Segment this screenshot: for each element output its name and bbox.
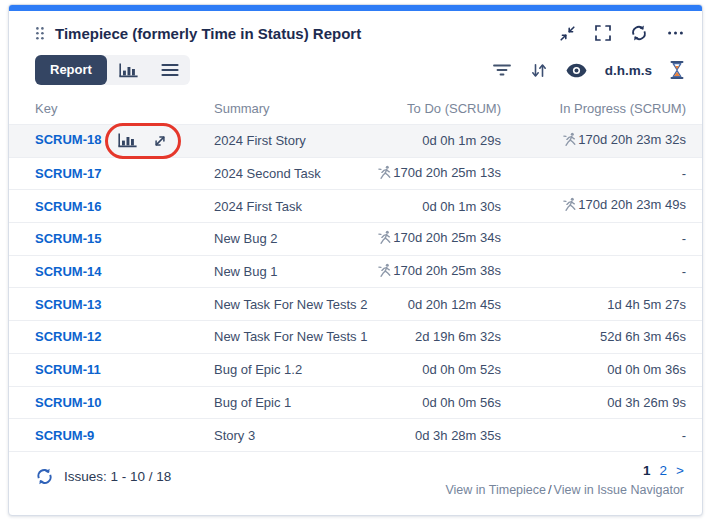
view-in-issue-navigator-link[interactable]: View in Issue Navigator bbox=[554, 483, 684, 497]
todo-cell: 0d 20h 12m 45s bbox=[341, 297, 501, 312]
report-view-button[interactable]: Report bbox=[35, 55, 107, 85]
gadget-header: Timepiece (formerly Time in Status) Repo… bbox=[9, 11, 702, 47]
issue-key-link[interactable]: SCRUM-10 bbox=[35, 395, 101, 410]
key-cell: SCRUM-9 bbox=[35, 428, 214, 443]
next-page-button[interactable]: > bbox=[676, 463, 684, 478]
table-row: SCRUM-162024 First Task0d 0h 1m 30s170d … bbox=[9, 190, 702, 223]
table-row: SCRUM-13New Task For New Tests 20d 20h 1… bbox=[9, 288, 702, 321]
key-cell: SCRUM-17 bbox=[35, 166, 214, 181]
key-cell: SCRUM-12 bbox=[35, 329, 214, 344]
inprogress-cell: 1d 4h 5m 27s bbox=[501, 297, 686, 312]
summary-cell: New Task For New Tests 2 bbox=[214, 297, 341, 312]
summary-cell: Story 3 bbox=[214, 428, 341, 443]
issue-key-link[interactable]: SCRUM-15 bbox=[35, 231, 101, 246]
key-cell: SCRUM-10 bbox=[35, 395, 214, 410]
running-status-icon bbox=[377, 263, 392, 281]
todo-cell: 0d 3h 28m 35s bbox=[341, 428, 501, 443]
bar-chart-icon[interactable] bbox=[117, 132, 138, 149]
expand-icon[interactable] bbox=[152, 133, 168, 149]
column-header-summary[interactable]: Summary bbox=[214, 101, 341, 116]
todo-cell: 170d 20h 25m 38s bbox=[341, 263, 501, 281]
issue-key-link[interactable]: SCRUM-14 bbox=[35, 264, 101, 279]
row-actions bbox=[117, 132, 168, 149]
summary-cell: Bug of Epic 1.2 bbox=[214, 362, 341, 377]
page-2-button[interactable]: 2 bbox=[660, 463, 668, 478]
drag-handle-icon[interactable] bbox=[35, 26, 45, 41]
summary-cell: 2024 First Task bbox=[214, 199, 341, 214]
key-cell: SCRUM-16 bbox=[35, 199, 214, 214]
eye-icon[interactable] bbox=[566, 63, 587, 78]
duration-format-label[interactable]: d.h.m.s bbox=[605, 63, 652, 78]
summary-cell: New Bug 1 bbox=[214, 264, 341, 279]
sort-icon[interactable] bbox=[530, 62, 548, 79]
key-cell: SCRUM-14 bbox=[35, 264, 214, 279]
fullscreen-icon[interactable] bbox=[595, 25, 611, 41]
key-cell: SCRUM-13 bbox=[35, 297, 214, 312]
hourglass-icon[interactable] bbox=[670, 61, 684, 79]
inprogress-cell: - bbox=[501, 231, 686, 246]
inprogress-cell: 52d 6h 3m 46s bbox=[501, 329, 686, 344]
table-row: SCRUM-172024 Second Task170d 20h 25m 13s… bbox=[9, 158, 702, 191]
gadget-header-actions bbox=[559, 24, 684, 42]
link-separator: / bbox=[546, 482, 554, 497]
running-status-icon bbox=[562, 197, 577, 215]
filter-icon[interactable] bbox=[492, 63, 512, 77]
table-body: SCRUM-182024 First Story0d 0h 1m 29s170d… bbox=[9, 125, 702, 452]
issue-key-link[interactable]: SCRUM-11 bbox=[35, 362, 101, 377]
gadget-toolbar: Report bbox=[9, 47, 702, 92]
table-header-row: Key Summary To Do (SCRUM) In Progress (S… bbox=[9, 92, 702, 125]
column-header-key[interactable]: Key bbox=[35, 101, 214, 116]
view-switcher: Report bbox=[35, 55, 190, 85]
footer-issue-count: Issues: 1 - 10 / 18 bbox=[35, 467, 171, 486]
inprogress-cell: - bbox=[501, 166, 686, 181]
inprogress-cell: 170d 20h 23m 32s bbox=[501, 132, 686, 150]
chart-view-button[interactable] bbox=[107, 55, 150, 85]
issue-key-link[interactable]: SCRUM-13 bbox=[35, 297, 101, 312]
column-header-todo[interactable]: To Do (SCRUM) bbox=[341, 101, 501, 116]
issue-key-link[interactable]: SCRUM-9 bbox=[35, 428, 94, 443]
table-row: SCRUM-9Story 30d 3h 28m 35s- bbox=[9, 419, 702, 452]
inprogress-cell: 0d 3h 26m 9s bbox=[501, 395, 686, 410]
view-in-timepiece-link[interactable]: View in Timepiece bbox=[445, 483, 546, 497]
footer-links: View in Timepiece/View in Issue Navigato… bbox=[445, 482, 684, 497]
summary-cell: New Task For New Tests 1 bbox=[214, 329, 341, 344]
page-1-button[interactable]: 1 bbox=[643, 463, 651, 478]
todo-cell: 170d 20h 25m 13s bbox=[341, 165, 501, 183]
issue-key-link[interactable]: SCRUM-17 bbox=[35, 166, 101, 181]
todo-cell: 2d 19h 6m 32s bbox=[341, 329, 501, 344]
key-cell: SCRUM-15 bbox=[35, 231, 214, 246]
todo-cell: 0d 0h 0m 56s bbox=[341, 395, 501, 410]
running-status-icon bbox=[377, 230, 392, 248]
summary-cell: 2024 Second Task bbox=[214, 166, 341, 181]
inprogress-cell: - bbox=[501, 264, 686, 279]
gadget-title: Timepiece (formerly Time in Status) Repo… bbox=[55, 25, 559, 42]
minimize-icon[interactable] bbox=[559, 25, 576, 42]
issue-key-link[interactable]: SCRUM-12 bbox=[35, 329, 101, 344]
table-row: SCRUM-12New Task For New Tests 12d 19h 6… bbox=[9, 321, 702, 354]
inprogress-cell: 0d 0h 0m 36s bbox=[501, 362, 686, 377]
toolbar-right-actions: d.h.m.s bbox=[492, 61, 684, 79]
issue-key-link[interactable]: SCRUM-16 bbox=[35, 199, 101, 214]
inprogress-cell: 170d 20h 23m 49s bbox=[501, 197, 686, 215]
timepiece-gadget-card: Timepiece (formerly Time in Status) Repo… bbox=[8, 4, 703, 516]
footer-right: 1 2 > View in Timepiece/View in Issue Na… bbox=[445, 463, 684, 515]
pagination: 1 2 > bbox=[643, 463, 684, 478]
issues-count-label: Issues: 1 - 10 / 18 bbox=[64, 469, 171, 484]
gadget-footer: Issues: 1 - 10 / 18 1 2 > View in Timepi… bbox=[9, 452, 702, 515]
table-row: SCRUM-11Bug of Epic 1.20d 0h 0m 52s0d 0h… bbox=[9, 354, 702, 387]
running-status-icon bbox=[562, 132, 577, 150]
issue-key-link[interactable]: SCRUM-18 bbox=[35, 132, 101, 147]
key-cell: SCRUM-18 bbox=[35, 132, 214, 149]
key-cell: SCRUM-11 bbox=[35, 362, 214, 377]
table-row: SCRUM-14New Bug 1170d 20h 25m 38s- bbox=[9, 256, 702, 289]
refresh-icon[interactable] bbox=[630, 24, 648, 42]
table-row: SCRUM-10Bug of Epic 10d 0h 0m 56s0d 3h 2… bbox=[9, 387, 702, 420]
more-options-icon[interactable] bbox=[667, 30, 684, 36]
list-view-button[interactable] bbox=[150, 55, 190, 85]
inprogress-cell: - bbox=[501, 428, 686, 443]
refresh-issues-icon[interactable] bbox=[35, 467, 54, 486]
todo-cell: 0d 0h 1m 29s bbox=[341, 133, 501, 148]
todo-cell: 0d 0h 1m 30s bbox=[341, 199, 501, 214]
column-header-inprogress[interactable]: In Progress (SCRUM) bbox=[501, 101, 686, 116]
todo-cell: 170d 20h 25m 34s bbox=[341, 230, 501, 248]
